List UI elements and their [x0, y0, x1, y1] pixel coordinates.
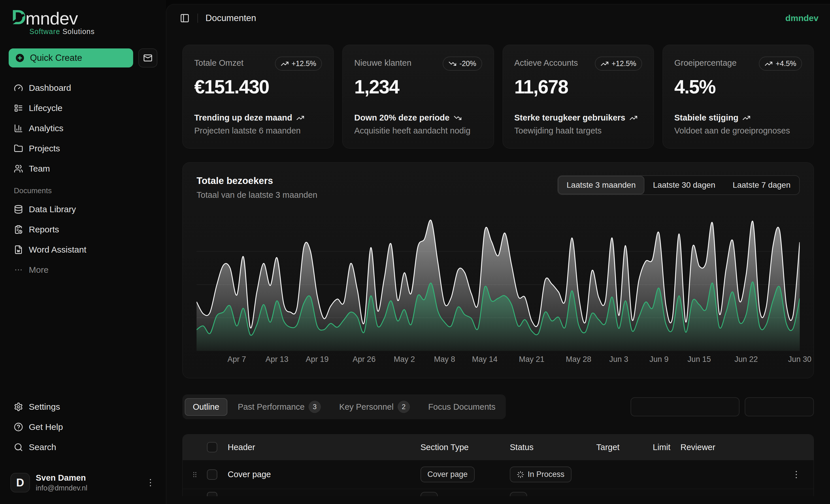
trending-up-icon [281, 60, 289, 68]
trend-badge: -20% [443, 57, 482, 71]
time-range-segmented-control: Laatste 3 maanden Laatste 30 dagen Laats… [557, 175, 800, 195]
section-type-badge[interactable]: Cover page [420, 467, 475, 482]
tab-count-badge: 3 [309, 401, 321, 413]
x-tick-label: Apr 13 [265, 355, 288, 364]
database-icon [14, 205, 23, 214]
sidebar-item-reports[interactable]: Reports [9, 219, 157, 240]
stat-label: Groeipercentage [674, 57, 737, 68]
user-profile[interactable]: D Sven Damen info@dmndev.nl [9, 470, 157, 493]
x-tick-label: Jun 30 [788, 355, 811, 364]
stat-value: 1,234 [354, 76, 482, 98]
sidebar-item-search[interactable]: Search [9, 437, 157, 457]
quick-create-button[interactable]: Quick Create [9, 49, 133, 67]
gauge-icon [14, 83, 23, 93]
tab-key-personnel[interactable]: Key Personnel 2 [331, 397, 418, 417]
x-tick-label: Apr 19 [306, 355, 329, 364]
trending-down-icon [448, 60, 456, 68]
sidebar-item-get-help[interactable]: Get Help [9, 417, 157, 437]
table-row: Cover page Cover page In Process [183, 460, 813, 489]
chart-column-icon [14, 124, 23, 133]
trending-up-icon [742, 114, 751, 122]
sidebar-item-analytics[interactable]: Analytics [9, 118, 157, 138]
page-title: Documenten [205, 13, 256, 23]
user-menu-ellipsis-icon[interactable] [145, 477, 156, 488]
brand-logo[interactable]: D mndev Software Solutions [9, 7, 157, 36]
gear-icon [14, 402, 23, 411]
sidebar-item-lifecycle[interactable]: Lifecycle [9, 98, 157, 118]
customize-columns-button[interactable] [631, 397, 739, 416]
documents-section-label: Documents [9, 186, 157, 195]
col-limit: Limit [653, 443, 680, 452]
add-section-button[interactable] [745, 397, 814, 416]
trending-down-icon [454, 114, 462, 122]
sidebar-item-team[interactable]: Team [9, 159, 157, 179]
sidebar: D mndev Software Solutions Quick Create … [0, 0, 166, 504]
search-icon [14, 443, 23, 452]
user-email: info@dmndev.nl [36, 484, 139, 492]
col-section-type: Section Type [420, 443, 510, 452]
table-header-row: Header Section Type Status Target Limit … [183, 435, 813, 460]
tab-count-badge: 2 [398, 401, 410, 413]
stat-card-actieve-accounts: Actieve Accounts +12.5% 11,678 Sterke te… [503, 45, 654, 149]
range-last-30-days[interactable]: Laatste 30 dagen [644, 176, 724, 194]
range-last-3-months[interactable]: Laatste 3 maanden [558, 176, 644, 194]
tab-past-performance[interactable]: Past Performance 3 [230, 397, 329, 417]
section-type-badge[interactable] [420, 492, 438, 496]
x-tick-label: Apr 7 [227, 355, 246, 364]
sidebar-item-word-assistant[interactable]: Word Assistant [9, 240, 157, 260]
x-tick-label: Jun 22 [734, 355, 758, 364]
status-badge[interactable]: In Process [510, 467, 572, 482]
x-tick-label: Apr 26 [353, 355, 376, 364]
trend-badge: +12.5% [595, 57, 642, 71]
trending-up-icon [296, 114, 304, 122]
col-header: Header [228, 443, 420, 452]
cell-header[interactable]: Cover page [228, 470, 420, 479]
chart-x-axis: Apr 7Apr 13Apr 19Apr 26May 2May 8May 14M… [196, 355, 800, 368]
trending-up-icon [765, 60, 773, 68]
stat-value: 11,678 [514, 76, 642, 98]
ellipsis-icon [14, 265, 23, 275]
stat-label: Actieve Accounts [514, 57, 578, 68]
row-checkbox[interactable] [207, 469, 217, 480]
trending-up-icon [630, 114, 637, 122]
visitors-chart-card: Totale bezoekers Totaal van de laatste 3… [183, 162, 814, 378]
range-last-7-days[interactable]: Laatste 7 dagen [724, 176, 799, 194]
tab-outline[interactable]: Outline [185, 398, 227, 416]
trending-up-icon [601, 60, 609, 68]
sidebar-footer-nav: Settings Get Help Search D Sven Damen in… [9, 397, 157, 493]
stat-label: Nieuwe klanten [354, 57, 411, 68]
sidebar-item-data-library[interactable]: Data Library [9, 199, 157, 219]
col-reviewer: Reviewer [680, 443, 787, 452]
sidebar-item-more[interactable]: More [9, 260, 157, 280]
sidebar-toggle-button[interactable] [178, 11, 192, 25]
area-chart [196, 218, 800, 351]
avatar: D [10, 473, 30, 493]
status-badge[interactable] [510, 492, 527, 496]
x-tick-label: May 8 [434, 355, 455, 364]
stat-card-groeipercentage: Groeipercentage +4.5% 4.5% Stabiele stij… [663, 45, 814, 149]
stat-label: Totale Omzet [194, 57, 244, 68]
x-tick-label: May 14 [472, 355, 498, 364]
stat-card-nieuwe-klanten: Nieuwe klanten -20% 1,234 Down 20% deze … [342, 45, 494, 149]
sidebar-item-dashboard[interactable]: Dashboard [9, 78, 157, 98]
header-divider [197, 13, 198, 23]
tab-focus-documents[interactable]: Focus Documents [420, 398, 504, 416]
documents-nav: Data Library Reports Word Assistant More [9, 199, 157, 280]
row-menu-ellipsis-icon[interactable] [791, 469, 801, 480]
mail-icon [143, 53, 153, 63]
inbox-mail-button[interactable] [138, 49, 157, 67]
header-brand-link[interactable]: dmndev [785, 13, 819, 23]
stat-cards: Totale Omzet +12.5% €151.430 Trending up… [183, 45, 814, 149]
sections-table: Header Section Type Status Target Limit … [183, 434, 814, 496]
sidebar-item-projects[interactable]: Projects [9, 138, 157, 159]
file-word-icon [14, 245, 23, 254]
row-checkbox[interactable] [207, 492, 217, 496]
chart-title: Totale bezoekers [196, 175, 317, 186]
chart-subtitle: Totaal van de laatste 3 maanden [196, 190, 317, 200]
user-name: Sven Damen [36, 473, 139, 483]
drag-handle-icon[interactable] [191, 469, 199, 480]
section-tabs: Outline Past Performance 3 Key Personnel… [183, 395, 506, 419]
select-all-checkbox[interactable] [207, 442, 217, 452]
trend-badge: +12.5% [275, 57, 322, 71]
sidebar-item-settings[interactable]: Settings [9, 397, 157, 417]
